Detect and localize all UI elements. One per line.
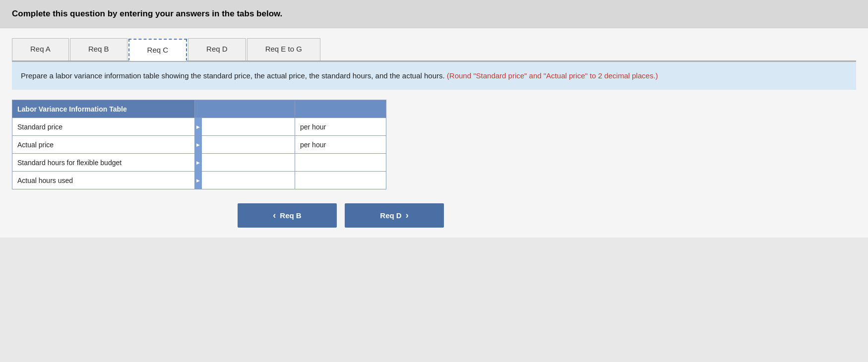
- table-row: Actual price ▶ per hour: [12, 136, 386, 154]
- instruction-main: Prepare a labor variance information tab…: [21, 71, 445, 80]
- input-arrow-standard-price: ▶: [195, 118, 202, 135]
- tab-req-a[interactable]: Req A: [12, 38, 69, 60]
- standard-hours-input[interactable]: [202, 154, 295, 171]
- instruction-highlight: (Round "Standard price" and "Actual pric…: [447, 71, 658, 80]
- next-button-label: Req D: [380, 211, 401, 220]
- table-header-col2: [194, 100, 295, 118]
- tab-req-c[interactable]: Req C: [128, 39, 187, 61]
- row-input-cell-actual-price: ▶: [194, 136, 295, 154]
- input-arrow-actual-hours: ▶: [195, 172, 202, 189]
- prev-arrow-icon: [273, 210, 276, 221]
- row-unit-actual-hours: [295, 172, 386, 189]
- tabs-row: Req A Req B Req C Req D Req E to G: [12, 38, 856, 61]
- row-unit-standard-hours: [295, 154, 386, 172]
- row-input-cell-standard-price: ▶: [194, 118, 295, 136]
- row-unit-standard-price: per hour: [295, 118, 386, 136]
- tab-req-e-g[interactable]: Req E to G: [247, 38, 320, 60]
- header-bar: Complete this question by entering your …: [0, 0, 868, 28]
- main-content: Req A Req B Req C Req D Req E to G Prepa…: [0, 28, 868, 238]
- header-instruction: Complete this question by entering your …: [12, 9, 282, 18]
- next-button[interactable]: Req D: [345, 203, 444, 228]
- table-row: Standard hours for flexible budget ▶: [12, 154, 386, 172]
- table-header-col1: Labor Variance Information Table: [12, 100, 195, 118]
- nav-buttons: Req B Req D: [238, 203, 856, 228]
- row-label-actual-hours: Actual hours used: [12, 172, 195, 189]
- instruction-box: Prepare a labor variance information tab…: [12, 61, 856, 90]
- tab-req-b[interactable]: Req B: [70, 38, 127, 60]
- row-label-standard-price: Standard price: [12, 118, 195, 136]
- table-section: Labor Variance Information Table Standar…: [12, 100, 856, 189]
- tab-req-d[interactable]: Req D: [188, 38, 246, 60]
- next-arrow-icon: [406, 210, 409, 221]
- row-unit-actual-price: per hour: [295, 136, 386, 154]
- actual-price-input[interactable]: [202, 136, 295, 153]
- table-row: Actual hours used ▶: [12, 172, 386, 189]
- actual-hours-input[interactable]: [202, 172, 295, 189]
- table-row: Standard price ▶ per hour: [12, 118, 386, 136]
- standard-price-input[interactable]: [202, 118, 295, 135]
- row-input-cell-actual-hours: ▶: [194, 172, 295, 189]
- labor-variance-table: Labor Variance Information Table Standar…: [12, 100, 386, 189]
- table-header-col3: [295, 100, 386, 118]
- row-label-standard-hours: Standard hours for flexible budget: [12, 154, 195, 172]
- input-arrow-standard-hours: ▶: [195, 154, 202, 171]
- input-arrow-actual-price: ▶: [195, 136, 202, 153]
- row-label-actual-price: Actual price: [12, 136, 195, 154]
- row-input-cell-standard-hours: ▶: [194, 154, 295, 172]
- prev-button[interactable]: Req B: [238, 203, 337, 228]
- prev-button-label: Req B: [280, 211, 301, 220]
